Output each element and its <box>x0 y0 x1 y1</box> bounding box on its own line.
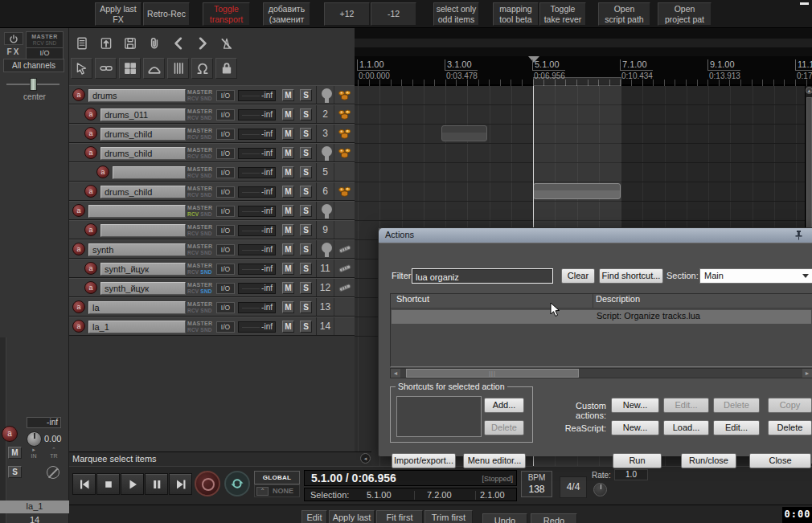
record-icon[interactable] <box>195 471 220 496</box>
folder-indicator-icon[interactable] <box>322 204 332 215</box>
envelope-icon[interactable] <box>143 58 165 79</box>
grid-icon[interactable] <box>167 58 189 79</box>
column-description[interactable]: Description <box>596 294 640 304</box>
record-arm-button[interactable]: a <box>84 281 97 294</box>
track-name-field[interactable]: drums_child <box>100 128 186 141</box>
track-name-field[interactable]: synth_йцук <box>100 282 186 295</box>
undo-icon[interactable] <box>167 33 189 54</box>
volume-fader[interactable]: -inf <box>238 167 276 178</box>
io-button[interactable]: I/O <box>216 321 235 333</box>
track-row[interactable]: adrumsMASTERRCV SNDI/O-infMS <box>69 85 355 104</box>
track-row[interactable]: adrums_childMASTERRCV SNDI/O-infMS <box>69 143 355 162</box>
toolbar-button[interactable]: Toggle transport <box>203 2 250 26</box>
track-row[interactable]: aMASTERRCV SNDI/O-infMS <box>69 201 355 220</box>
bottom-toolbar-button[interactable]: Edit <box>301 510 327 523</box>
toolbar-button[interactable]: добавить (заменит <box>263 2 310 26</box>
redo-icon[interactable] <box>191 33 213 54</box>
global-automation-mode[interactable]: ⌃ NONE <box>254 484 300 497</box>
toolbar-button[interactable]: +12 <box>324 2 370 26</box>
track-number[interactable]: 11 <box>316 259 334 277</box>
track-row[interactable]: aMASTERRCV SNDI/O-infMS9 <box>69 220 355 239</box>
io-button[interactable]: I/O <box>216 225 235 236</box>
bottom-toolbar-button[interactable]: Redo <box>531 513 577 523</box>
bpm-value[interactable]: 138 <box>522 484 552 495</box>
solo-button[interactable]: S <box>300 263 312 275</box>
mute-button[interactable]: M <box>282 282 294 294</box>
open-project-icon[interactable] <box>95 33 117 54</box>
run-button[interactable]: Run <box>613 453 662 468</box>
mute-button[interactable]: M <box>282 108 294 121</box>
track-number[interactable] <box>316 86 334 104</box>
mixer-volume-field[interactable]: -inf <box>27 417 61 428</box>
bpm-display[interactable]: BPM 138 <box>521 471 552 497</box>
stop-icon[interactable] <box>96 473 120 495</box>
rate-knob[interactable] <box>593 483 607 496</box>
track-name-field[interactable] <box>88 205 186 218</box>
record-arm-button[interactable]: a <box>72 204 85 217</box>
io-button[interactable]: I/O <box>216 283 235 294</box>
volume-fader[interactable]: -inf <box>238 321 276 333</box>
go-to-start-icon[interactable] <box>72 473 96 495</box>
track-row[interactable]: asynthMASTERRCV SNDI/O-infMS <box>69 239 355 259</box>
record-arm-button[interactable]: a <box>84 108 97 121</box>
master-fx-button[interactable]: FX <box>4 47 23 59</box>
record-arm-button[interactable]: a <box>96 165 109 178</box>
volume-fader[interactable]: -inf <box>238 186 276 198</box>
mouse-modifier-icon[interactable] <box>71 58 92 79</box>
mute-button[interactable]: M <box>282 147 294 159</box>
solo-button[interactable]: S <box>300 224 312 236</box>
solo-button[interactable]: S <box>300 147 312 159</box>
project-settings-icon[interactable] <box>143 33 165 54</box>
dialog-titlebar[interactable]: Actions <box>379 228 812 243</box>
track-name-field[interactable] <box>113 166 186 179</box>
toolbar-button[interactable]: Retro-Rec <box>143 2 190 26</box>
folder-indicator-icon[interactable] <box>322 146 332 157</box>
import-export-button[interactable]: Import/export... <box>392 453 456 468</box>
scroll-right-icon[interactable]: ► <box>802 369 812 378</box>
mixer-mute-button[interactable]: M <box>8 447 22 459</box>
pause-icon[interactable] <box>145 473 168 495</box>
mute-button[interactable]: M <box>282 186 294 198</box>
io-button[interactable]: I/O <box>216 90 235 101</box>
solo-button[interactable]: S <box>300 108 312 121</box>
media-item-selected[interactable] <box>533 183 621 199</box>
transport-position-display[interactable]: 5.1.00 / 0:06.956 [Stopped] <box>304 470 517 486</box>
track-number[interactable]: 3 <box>316 125 334 142</box>
rate-value[interactable]: 1.0 <box>614 469 648 480</box>
master-power-button[interactable] <box>4 32 23 45</box>
volume-fader[interactable]: -inf <box>238 206 276 217</box>
lock-icon[interactable] <box>215 58 237 79</box>
new-project-icon[interactable] <box>71 33 92 54</box>
track-row[interactable]: adrums_childMASTERRCV SNDI/O-infMS6 <box>69 182 355 201</box>
solo-button[interactable]: S <box>300 89 312 101</box>
track-row[interactable]: adrums_childMASTERRCV SNDI/O-infMS3 <box>69 124 355 143</box>
add-shortcut-button[interactable]: Add... <box>484 398 524 413</box>
volume-fader[interactable]: -inf <box>238 302 276 313</box>
mute-button[interactable]: M <box>282 243 294 255</box>
mixer-pan-knob[interactable] <box>27 431 42 447</box>
record-arm-button[interactable]: a <box>72 88 85 101</box>
volume-fader[interactable]: -inf <box>238 264 276 275</box>
volume-fader[interactable]: -inf <box>238 283 276 294</box>
filter-input[interactable] <box>412 268 553 284</box>
toolbar-button[interactable]: Open script path <box>598 2 650 26</box>
track-row[interactable]: asynth_йцукMASTERRCV SNDI/O-infMS11 <box>69 259 355 278</box>
mute-button[interactable]: M <box>282 224 294 236</box>
selection-start[interactable]: 5.1.00 <box>367 490 392 500</box>
record-arm-button[interactable]: a <box>84 185 97 198</box>
close-button[interactable]: Close <box>749 453 811 468</box>
reascript-load-button[interactable]: Load... <box>663 420 709 435</box>
solo-button[interactable]: S <box>300 282 312 294</box>
track-row[interactable]: asynth_йцукMASTERRCV SNDI/O-infMS12 <box>69 278 355 297</box>
selection-end[interactable]: 7.2.00 <box>427 490 452 500</box>
io-button[interactable]: I/O <box>216 109 235 121</box>
solo-button[interactable]: S <box>300 205 312 217</box>
bottom-toolbar-button[interactable]: Fit first <box>376 510 423 523</box>
item-grouping-icon[interactable] <box>95 58 117 79</box>
mute-button[interactable]: M <box>282 128 294 140</box>
track-number[interactable]: 5 <box>316 163 334 181</box>
master-pan-slider[interactable] <box>6 78 59 91</box>
track-row[interactable]: adrums_011MASTERRCV SNDI/O-infMS2 <box>69 104 355 124</box>
track-number[interactable] <box>316 202 334 219</box>
track-name-field[interactable]: la <box>88 301 186 314</box>
